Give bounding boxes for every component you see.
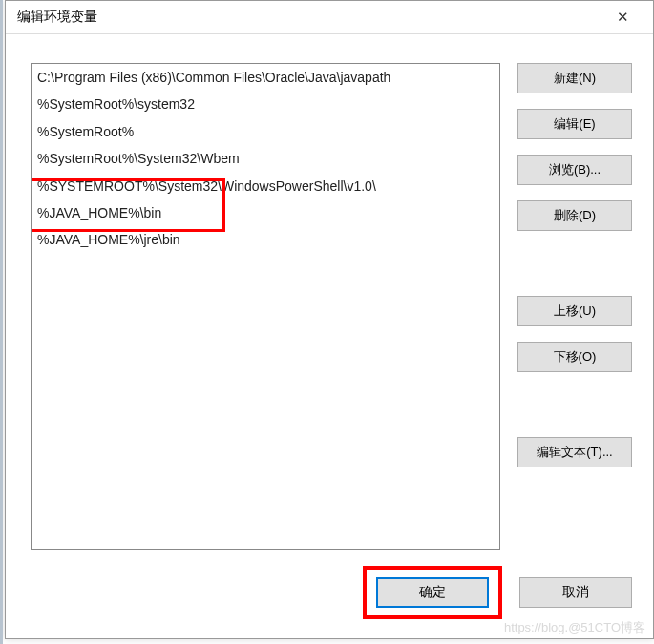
spacer: [517, 387, 632, 422]
annotation-highlight-ok: 确定: [363, 566, 502, 619]
dialog-content: C:\Program Files (x86)\Common Files\Orac…: [6, 34, 653, 559]
edit-button[interactable]: 编辑(E): [517, 109, 632, 139]
path-list[interactable]: C:\Program Files (x86)\Common Files\Orac…: [31, 63, 500, 550]
delete-button[interactable]: 删除(D): [517, 200, 632, 231]
list-item[interactable]: C:\Program Files (x86)\Common Files\Orac…: [32, 64, 499, 91]
close-button[interactable]: ✕: [603, 4, 642, 31]
list-item[interactable]: %SYSTEMROOT%\System32\WindowsPowerShell\…: [32, 173, 499, 199]
list-item[interactable]: %SystemRoot%: [32, 118, 499, 145]
browse-button[interactable]: 浏览(B)...: [517, 155, 632, 185]
edit-env-var-dialog: 编辑环境变量 ✕ C:\Program Files (x86)\Common F…: [5, 0, 654, 639]
button-column: 新建(N) 编辑(E) 浏览(B)... 删除(D) 上移(U) 下移(O) 编…: [517, 63, 632, 550]
list-item[interactable]: %SystemRoot%\System32\Wbem: [32, 145, 499, 172]
watermark: https://blog.@51CTO博客: [504, 619, 645, 636]
move-up-button[interactable]: 上移(U): [517, 296, 632, 326]
new-button[interactable]: 新建(N): [517, 63, 632, 93]
list-item[interactable]: %JAVA_HOME%\bin: [32, 199, 499, 226]
list-item[interactable]: %SystemRoot%\system32: [32, 91, 499, 117]
move-down-button[interactable]: 下移(O): [517, 342, 632, 372]
edit-text-button[interactable]: 编辑文本(T)...: [517, 437, 632, 467]
cancel-button[interactable]: 取消: [519, 577, 632, 608]
window-title: 编辑环境变量: [17, 9, 97, 26]
ok-button[interactable]: 确定: [376, 577, 489, 608]
dialog-footer: 确定 取消: [363, 566, 632, 619]
spacer: [517, 246, 632, 280]
list-item[interactable]: %JAVA_HOME%\jre\bin: [32, 226, 499, 253]
titlebar: 编辑环境变量 ✕: [6, 1, 653, 34]
